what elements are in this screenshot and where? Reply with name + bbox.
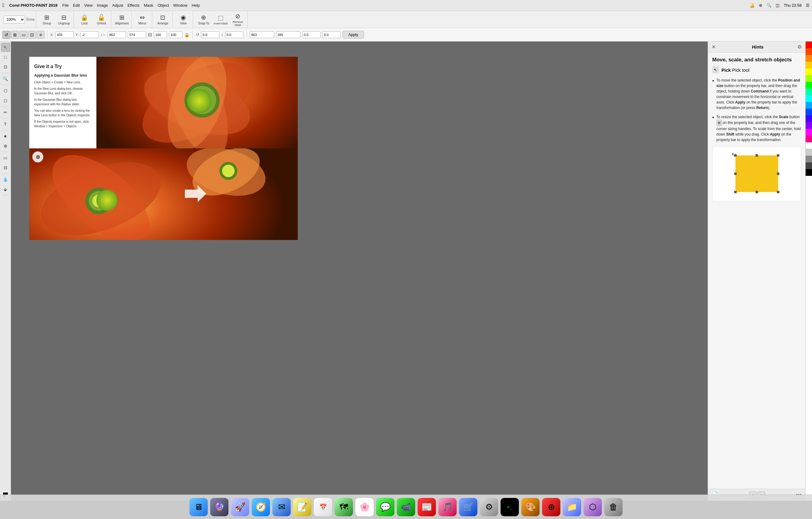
palette-yellow[interactable] bbox=[806, 69, 812, 75]
palette-orange[interactable] bbox=[806, 55, 812, 62]
palette-magenta[interactable] bbox=[806, 129, 812, 136]
dock-photos[interactable]: 🌸 bbox=[355, 498, 374, 516]
invert-mask-button[interactable]: ⬚ Invert Mask bbox=[212, 12, 229, 27]
shape-tool[interactable]: □ bbox=[1, 53, 10, 62]
palette-dark-gray[interactable] bbox=[806, 162, 812, 169]
dock-terminal[interactable]: >_ bbox=[500, 498, 519, 516]
app-name[interactable]: Corel PHOTO-PAINT 2019 bbox=[9, 3, 58, 8]
dock-corelpainter[interactable]: 🎨 bbox=[521, 498, 540, 516]
notification-icon[interactable]: 🔔 bbox=[750, 3, 755, 8]
palette-violet[interactable] bbox=[806, 122, 812, 129]
ungroup-button[interactable]: ⊟ Ungroup bbox=[56, 12, 72, 27]
mask-rect-tool[interactable]: ▭ bbox=[1, 153, 10, 162]
dock-finder[interactable]: 🖥 bbox=[190, 498, 208, 516]
rotation2-input[interactable] bbox=[225, 31, 243, 38]
palette-gray[interactable] bbox=[806, 156, 812, 162]
pct-w-input[interactable] bbox=[154, 31, 167, 38]
pct-h-input[interactable] bbox=[169, 31, 182, 38]
mirror-button[interactable]: ⇔ Mirror bbox=[134, 12, 151, 27]
dock-launchpad[interactable]: 🚀 bbox=[231, 498, 249, 516]
link-proportions-icon[interactable]: ⊟ bbox=[148, 32, 152, 37]
snap-to-button[interactable]: ⊕ Snap To bbox=[196, 12, 212, 27]
dim1-input[interactable] bbox=[250, 31, 274, 38]
dim2-input[interactable] bbox=[276, 31, 300, 38]
more-btn[interactable]: ≡ bbox=[37, 31, 45, 39]
pen-tool[interactable]: ✏ bbox=[1, 108, 10, 117]
fill-tool[interactable]: ⬡ bbox=[1, 86, 10, 95]
dock-appstore[interactable]: 🛒 bbox=[459, 498, 477, 516]
color-dropper-tool[interactable]: 💧 bbox=[1, 175, 10, 184]
unlock-button[interactable]: 🔓 Unlock bbox=[93, 12, 110, 27]
rotation-input[interactable] bbox=[201, 31, 219, 38]
palette-blue[interactable] bbox=[806, 109, 812, 115]
dock-maps[interactable]: 🗺 bbox=[335, 498, 353, 516]
palette-red[interactable] bbox=[806, 42, 812, 48]
apply-button[interactable]: Apply bbox=[343, 31, 364, 38]
frame-btn[interactable]: ⊡ bbox=[28, 31, 36, 39]
effects-tool[interactable]: ★ bbox=[1, 132, 10, 141]
dock-siri[interactable]: 🔮 bbox=[210, 498, 229, 516]
palette-orange-red[interactable] bbox=[806, 48, 812, 55]
dock-safari[interactable]: 🧭 bbox=[252, 498, 270, 516]
screen-icon[interactable]: ◫ bbox=[776, 3, 779, 8]
zoom-select[interactable]: 100%50%75%150%200% bbox=[4, 16, 25, 24]
palette-azure[interactable] bbox=[806, 102, 812, 109]
menu-adjust[interactable]: Adjust bbox=[112, 3, 123, 8]
dock-mail[interactable]: ✉ bbox=[272, 498, 291, 516]
rect-btn[interactable]: ▭ bbox=[20, 31, 27, 39]
dock-music[interactable]: 🎵 bbox=[438, 498, 457, 516]
dock-preferences[interactable]: ⚙ bbox=[480, 498, 498, 516]
crop-tool[interactable]: ⊡ bbox=[1, 62, 10, 72]
dock-app2[interactable]: ⊕ bbox=[542, 498, 560, 516]
dock-more[interactable]: ⬡ bbox=[583, 498, 602, 516]
view-button[interactable]: ◉ View bbox=[175, 12, 192, 27]
search-icon[interactable]: 🔍 bbox=[766, 3, 772, 8]
menu-mask[interactable]: Mask bbox=[144, 3, 153, 8]
width-input[interactable] bbox=[108, 31, 126, 38]
clone-tool[interactable]: ⊕ bbox=[1, 141, 10, 151]
menu-icon[interactable]: ☰ bbox=[806, 3, 810, 8]
x-input[interactable] bbox=[55, 31, 74, 38]
palette-cyan[interactable] bbox=[806, 95, 812, 102]
eraser-tool[interactable]: ◻ bbox=[1, 96, 10, 105]
free-transform-btn[interactable]: ⊞ bbox=[11, 31, 19, 39]
canvas-area[interactable]: Give it a Try Applying a Gaussian Blur l… bbox=[11, 42, 708, 501]
palette-light-gray[interactable] bbox=[806, 149, 812, 156]
lock-scale-icon[interactable]: 🔒 bbox=[184, 32, 190, 37]
zoom-tool[interactable]: 🔍 bbox=[1, 74, 10, 83]
dock-notes[interactable]: 📝 bbox=[293, 498, 312, 516]
menu-file[interactable]: File bbox=[62, 3, 69, 8]
hints-settings-button[interactable]: ⚙ bbox=[798, 44, 802, 50]
dock-trash[interactable]: 🗑 bbox=[604, 498, 622, 516]
lock-button[interactable]: 🔒 Lock bbox=[76, 12, 93, 27]
dock-news[interactable]: 📰 bbox=[417, 498, 436, 516]
dim4-input[interactable] bbox=[322, 31, 341, 38]
menu-effects[interactable]: Effects bbox=[127, 3, 140, 8]
menu-object[interactable]: Object bbox=[157, 3, 169, 8]
menu-image[interactable]: Image bbox=[97, 3, 108, 8]
palette-indigo[interactable] bbox=[806, 115, 812, 122]
palette-spring-green[interactable] bbox=[806, 88, 812, 95]
hints-close-button[interactable]: ✕ bbox=[712, 44, 716, 50]
remove-mask-button[interactable]: ⊘ Remove Mask bbox=[230, 12, 246, 27]
dock-facetime[interactable]: 📹 bbox=[397, 498, 415, 516]
dim3-input[interactable] bbox=[302, 31, 321, 38]
height-input[interactable] bbox=[128, 31, 146, 38]
dock-calendar[interactable]: 📅 bbox=[314, 498, 332, 516]
smart-fill-tool[interactable]: ⬙ bbox=[1, 185, 10, 194]
palette-green[interactable] bbox=[806, 82, 812, 88]
menu-view[interactable]: View bbox=[84, 3, 93, 8]
palette-amber[interactable] bbox=[806, 62, 812, 69]
menu-edit[interactable]: Edit bbox=[73, 3, 80, 8]
palette-white[interactable] bbox=[806, 142, 812, 149]
y-input[interactable] bbox=[80, 31, 98, 38]
dock-files[interactable]: 📁 bbox=[563, 498, 581, 516]
pick-tool[interactable]: ↖ bbox=[1, 43, 10, 52]
apple-menu[interactable]:  bbox=[2, 2, 5, 8]
group-button[interactable]: ⊞ Group bbox=[39, 12, 55, 27]
control-center-icon[interactable]: ⊛ bbox=[759, 3, 762, 8]
alignment-button[interactable]: ⊞ Alignment bbox=[114, 12, 130, 27]
dock-messages[interactable]: 💬 bbox=[376, 498, 395, 516]
mask-smart-tool[interactable]: ⊟ bbox=[1, 163, 10, 172]
palette-rose[interactable] bbox=[806, 136, 812, 142]
